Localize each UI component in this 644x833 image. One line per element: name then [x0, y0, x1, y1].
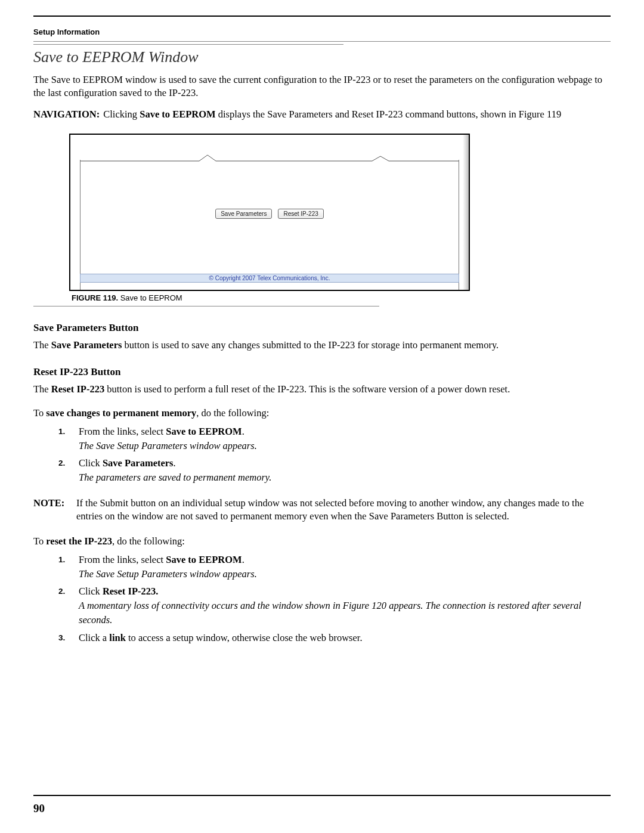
figure-119: Save Parameters Reset IP-223 © Copyright…	[69, 134, 611, 302]
s1-bold: Save to EEPROM	[166, 426, 242, 437]
s2-bold: Save Parameters	[103, 457, 174, 469]
note-body: If the Submit button on an individual se…	[76, 497, 611, 523]
reset-ip223-button[interactable]: Reset IP-223	[278, 209, 323, 219]
save-params-heading: Save Parameters Button	[33, 322, 611, 334]
save-steps: From the links, select Save to EEPROM. T…	[33, 425, 611, 485]
nav-text-prefix: Clicking	[103, 109, 140, 120]
rs-bold: Reset IP-223	[51, 383, 104, 395]
s2-result: The parameters are saved to permanent me…	[79, 472, 271, 483]
figure-shadow	[463, 135, 469, 290]
save-parameters-button[interactable]: Save Parameters	[215, 209, 272, 219]
save-params-text: The Save Parameters button is used to sa…	[33, 339, 611, 352]
reset-lead-bold: reset the IP-223	[46, 535, 112, 547]
s1-result: The Save Setup Parameters window appears…	[79, 440, 257, 451]
reset-proc-lead: To reset the IP-223, do the following:	[33, 535, 611, 548]
save-step-2: Click Save Parameters. The parameters ar…	[67, 456, 611, 485]
s2-post: .	[174, 457, 176, 469]
reset-step-3: Click a link to access a setup window, o…	[67, 631, 611, 645]
rs-post: button is used to perform a full reset o…	[104, 383, 510, 395]
reset-step-2: Click Reset IP-223. A momentary loss of …	[67, 584, 611, 627]
note-row: NOTE: If the Submit button on an individ…	[33, 497, 611, 523]
page: Setup Information Save to EEPROM Window …	[0, 0, 644, 833]
r2-bold: Reset IP-223.	[103, 586, 158, 597]
rs-pre: The	[33, 383, 51, 395]
save-step-1: From the links, select Save to EEPROM. T…	[67, 425, 611, 453]
running-header: Setup Information	[33, 27, 611, 36]
figure-panel	[80, 160, 459, 290]
save-lead-post: , do the following:	[196, 407, 269, 419]
r1-result: The Save Setup Parameters window appears…	[79, 568, 257, 580]
figure-frame: Save Parameters Reset IP-223 © Copyright…	[69, 134, 470, 291]
figure-copyright: © Copyright 2007 Telex Communications, I…	[80, 274, 459, 283]
figure-button-row: Save Parameters Reset IP-223	[70, 208, 469, 219]
intro-paragraph: The Save to EEPROM window is used to sav…	[33, 73, 611, 100]
r2-pre: Click	[79, 586, 103, 597]
section-title: Save to EEPROM Window	[33, 48, 611, 66]
figure-caption-text: Save to EEPROM	[118, 293, 182, 302]
save-lead-bold: save changes to permanent memory	[46, 407, 196, 419]
nav-bold: Save to EEPROM	[140, 109, 215, 120]
header-rule	[33, 41, 611, 42]
figure-caption: FIGURE 119. Save to EEPROM	[72, 293, 611, 302]
save-proc-lead: To save changes to permanent memory, do …	[33, 407, 611, 420]
r1-post: .	[242, 554, 244, 565]
reset-step-1: From the links, select Save to EEPROM. T…	[67, 553, 611, 581]
s1-pre: From the links, select	[79, 426, 166, 437]
nav-text-suffix: displays the Save Parameters and Reset I…	[216, 109, 562, 120]
navigation-label: NAVIGATION:	[33, 108, 103, 121]
reset-heading: Reset IP-223 Button	[33, 366, 611, 378]
note-label: NOTE:	[33, 497, 76, 523]
sp-bold: Save Parameters	[51, 339, 122, 351]
r1-bold: Save to EEPROM	[166, 554, 242, 565]
save-lead-pre: To	[33, 407, 46, 419]
page-number: 90	[33, 802, 45, 815]
s1-post: .	[242, 426, 244, 437]
r3-pre: Click a	[79, 632, 109, 643]
r3-bold: link	[109, 632, 126, 643]
reset-steps: From the links, select Save to EEPROM. T…	[33, 553, 611, 646]
top-rule	[33, 16, 611, 17]
sp-pre: The	[33, 339, 51, 351]
bottom-rule	[33, 795, 611, 796]
navigation-row: NAVIGATION: Clicking Save to EEPROM disp…	[33, 108, 611, 121]
s2-pre: Click	[79, 457, 103, 469]
section-rule-after-figure	[33, 306, 379, 306]
r1-pre: From the links, select	[79, 554, 166, 565]
r3-post: to access a setup window, otherwise clos…	[126, 632, 363, 643]
section-rule-top	[33, 44, 343, 45]
figure-caption-label: FIGURE 119.	[72, 293, 118, 302]
r2-result: A momentary loss of connectivity occurs …	[79, 600, 581, 625]
reset-lead-post: , do the following:	[112, 535, 185, 547]
sp-post: button is used to save any changes submi…	[122, 339, 499, 351]
navigation-body: Clicking Save to EEPROM displays the Sav…	[103, 108, 611, 121]
reset-text: The Reset IP-223 button is used to perfo…	[33, 383, 611, 396]
reset-lead-pre: To	[33, 535, 46, 547]
